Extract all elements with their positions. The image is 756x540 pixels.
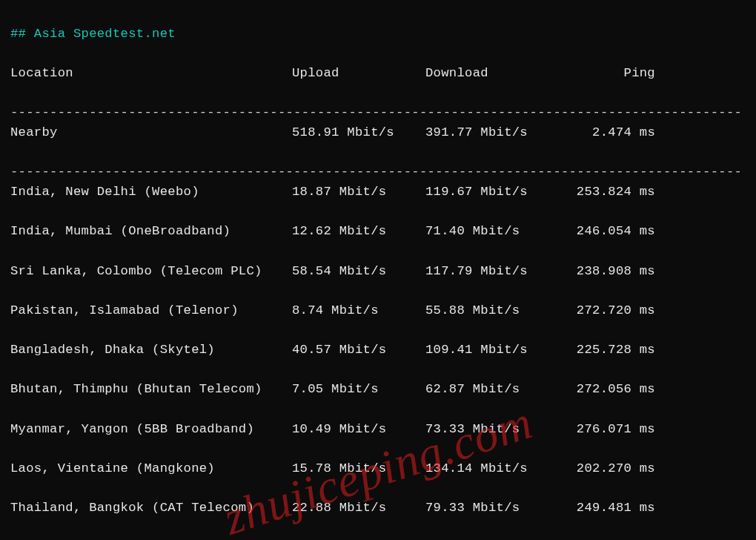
cell-download: 79.33 Mbit/s <box>425 498 559 518</box>
cell-upload: 8.74 Mbit/s <box>292 301 425 321</box>
table-row: India, New Delhi (Weebo)18.87 Mbit/s119.… <box>10 182 746 202</box>
table-row: Sri Lanka, Colombo (Telecom PLC)58.54 Mb… <box>10 262 746 282</box>
cell-ping: 238.908 ms <box>559 262 655 282</box>
divider: ----------------------------------------… <box>10 105 742 119</box>
table-row: Bangladesh, Dhaka (Skytel)40.57 Mbit/s10… <box>10 340 746 360</box>
cell-location: Laos, Vientaine (Mangkone) <box>10 459 292 479</box>
cell-upload: 7.05 Mbit/s <box>292 380 425 400</box>
result-rows: India, New Delhi (Weebo)18.87 Mbit/s119.… <box>10 182 746 540</box>
cell-download: 55.88 Mbit/s <box>425 301 559 321</box>
nearby-ping: 2.474 ms <box>559 123 655 143</box>
cell-location: Myanmar, Yangon (5BB Broadband) <box>10 420 292 440</box>
header-row: LocationUploadDownloadPing <box>10 64 746 84</box>
header-location: Location <box>10 64 292 84</box>
cell-ping: 249.481 ms <box>559 498 655 518</box>
cell-download: 119.67 Mbit/s <box>425 182 559 202</box>
cell-location: India, New Delhi (Weebo) <box>10 182 292 202</box>
cell-upload: 10.49 Mbit/s <box>292 420 425 440</box>
cell-download: 73.33 Mbit/s <box>425 420 559 440</box>
cell-ping: 253.824 ms <box>559 182 655 202</box>
cell-ping: 272.720 ms <box>559 301 655 321</box>
cell-location: Bhutan, Thimphu (Bhutan Telecom) <box>10 380 292 400</box>
divider: ----------------------------------------… <box>10 165 742 179</box>
cell-upload: 18.87 Mbit/s <box>292 182 425 202</box>
nearby-row: Nearby518.91 Mbit/s391.77 Mbit/s2.474 ms <box>10 123 746 143</box>
section-title: ## Asia Speedtest.net <box>10 27 176 41</box>
cell-upload: 12.62 Mbit/s <box>292 222 425 242</box>
cell-download: 117.79 Mbit/s <box>425 262 559 282</box>
table-row: Pakistan, Islamabad (Telenor)8.74 Mbit/s… <box>10 301 746 321</box>
cell-location: Thailand, Bangkok (CAT Telecom) <box>10 498 292 518</box>
cell-location: Sri Lanka, Colombo (Telecom PLC) <box>10 262 292 282</box>
cell-upload: 40.57 Mbit/s <box>292 340 425 360</box>
cell-ping: 202.270 ms <box>559 459 655 479</box>
cell-download: 71.40 Mbit/s <box>425 222 559 242</box>
table-row: Laos, Vientaine (Mangkone)15.78 Mbit/s13… <box>10 459 746 479</box>
cell-ping: 246.054 ms <box>559 222 655 242</box>
header-upload: Upload <box>292 64 425 84</box>
cell-download: 109.41 Mbit/s <box>425 340 559 360</box>
table-row: India, Mumbai (OneBroadband)12.62 Mbit/s… <box>10 222 746 242</box>
cell-location: Pakistan, Islamabad (Telenor) <box>10 301 292 321</box>
terminal-output: ## Asia Speedtest.net LocationUploadDown… <box>0 0 756 540</box>
table-row: Bhutan, Thimphu (Bhutan Telecom)7.05 Mbi… <box>10 380 746 400</box>
header-ping: Ping <box>559 64 655 84</box>
cell-ping: 225.728 ms <box>559 340 655 360</box>
cell-location: Bangladesh, Dhaka (Skytel) <box>10 340 292 360</box>
cell-download: 62.87 Mbit/s <box>425 380 559 400</box>
nearby-upload: 518.91 Mbit/s <box>292 123 425 143</box>
cell-ping: 272.056 ms <box>559 380 655 400</box>
nearby-download: 391.77 Mbit/s <box>425 123 559 143</box>
cell-upload: 22.88 Mbit/s <box>292 498 425 518</box>
cell-upload: 58.54 Mbit/s <box>292 262 425 282</box>
nearby-location: Nearby <box>10 123 292 143</box>
cell-download: 134.14 Mbit/s <box>425 459 559 479</box>
cell-upload: 15.78 Mbit/s <box>292 459 425 479</box>
cell-location: India, Mumbai (OneBroadband) <box>10 222 292 242</box>
table-row: Thailand, Bangkok (CAT Telecom)22.88 Mbi… <box>10 498 746 518</box>
cell-ping: 276.071 ms <box>559 420 655 440</box>
table-row: Myanmar, Yangon (5BB Broadband)10.49 Mbi… <box>10 420 746 440</box>
header-download: Download <box>425 64 559 84</box>
